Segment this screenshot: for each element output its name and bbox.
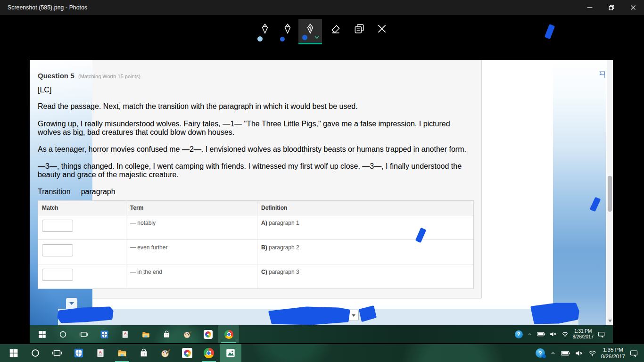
save-copy-button[interactable] bbox=[348, 19, 371, 44]
taskbar-clock[interactable]: 1:35 PM 8/26/2017 bbox=[601, 346, 625, 360]
pen-color-dot bbox=[257, 36, 263, 41]
chrome-button[interactable] bbox=[218, 325, 239, 343]
definition-text: paragraph 3 bbox=[267, 269, 299, 275]
task-view-button[interactable] bbox=[73, 325, 94, 343]
inner-clock-time: 1:31 PM bbox=[573, 329, 594, 335]
chrome-icon bbox=[224, 330, 233, 339]
definition-cell: A) paragraph 1 bbox=[257, 215, 474, 239]
header-term: Term bbox=[126, 201, 257, 215]
question-instruction: Read the passage. Next, match the transi… bbox=[38, 102, 474, 111]
exit-ink-button[interactable] bbox=[371, 19, 393, 44]
bottom-dropdown[interactable] bbox=[304, 310, 359, 321]
task-view-icon bbox=[79, 330, 88, 339]
flag-icon[interactable] bbox=[598, 70, 606, 79]
folder-icon bbox=[117, 348, 127, 358]
eraser-button[interactable] bbox=[324, 19, 347, 44]
battery-icon[interactable] bbox=[561, 350, 570, 357]
question-mark: ? bbox=[538, 350, 542, 357]
match-input[interactable] bbox=[42, 220, 73, 232]
pencil-button[interactable] bbox=[276, 19, 299, 44]
question-header: Question 5 (Matching Worth 15 points) bbox=[38, 72, 140, 80]
table-row: — notably A) paragraph 1 bbox=[38, 215, 473, 239]
definition-text: paragraph 1 bbox=[267, 220, 299, 226]
start-button[interactable] bbox=[32, 325, 52, 343]
restore-icon bbox=[608, 4, 615, 11]
page-scrollbar-thumb[interactable] bbox=[608, 176, 612, 212]
help-tray-icon[interactable]: ? bbox=[536, 348, 545, 358]
store-button[interactable] bbox=[133, 344, 155, 362]
cortana-icon bbox=[58, 330, 67, 339]
ink-stroke bbox=[546, 25, 553, 38]
action-center-icon[interactable] bbox=[597, 331, 605, 338]
photos-app-button[interactable] bbox=[220, 344, 241, 362]
match-input[interactable] bbox=[42, 244, 73, 256]
document-a-icon: A bbox=[121, 330, 130, 339]
chrome-button[interactable] bbox=[198, 344, 220, 362]
task-view-button[interactable] bbox=[46, 344, 68, 362]
scrollbar-down-arrow[interactable] bbox=[608, 320, 612, 322]
calligraphy-pen-button[interactable] bbox=[298, 19, 322, 44]
ballpoint-pen-icon bbox=[259, 23, 271, 35]
help-tray-icon[interactable]: ? bbox=[515, 330, 523, 338]
taskbar-apps: A bbox=[0, 344, 241, 362]
battery-icon[interactable] bbox=[537, 331, 545, 337]
file-explorer-button[interactable] bbox=[111, 344, 133, 362]
wifi-icon[interactable] bbox=[561, 331, 569, 337]
store-button[interactable] bbox=[156, 325, 177, 343]
notification-dot bbox=[542, 354, 546, 358]
collapse-tab-button[interactable] bbox=[66, 298, 77, 309]
volume-muted-icon[interactable] bbox=[575, 350, 584, 357]
color-circle-app-button[interactable] bbox=[176, 344, 198, 362]
pen-color-dot bbox=[280, 37, 285, 41]
chevron-down-icon[interactable] bbox=[314, 35, 319, 39]
folder-icon bbox=[141, 330, 150, 339]
ballpoint-pen-button[interactable] bbox=[254, 19, 276, 44]
hidden-icons-chevron[interactable] bbox=[549, 350, 557, 356]
defender-shield-icon bbox=[100, 330, 109, 339]
action-center-icon[interactable] bbox=[629, 349, 638, 357]
defender-button[interactable] bbox=[94, 325, 115, 343]
definition-cell: B) paragraph 2 bbox=[257, 240, 474, 264]
hidden-icons-chevron[interactable] bbox=[527, 331, 533, 337]
paint-button[interactable] bbox=[177, 325, 198, 343]
color-circle-app-icon bbox=[204, 330, 213, 339]
term-cell: — notably bbox=[126, 215, 257, 239]
dropdown-caret-icon bbox=[352, 314, 355, 317]
table-row: — in the end C) paragraph 3 bbox=[38, 264, 473, 288]
clock-time: 1:35 PM bbox=[601, 346, 625, 353]
document-app-button[interactable]: A bbox=[90, 344, 111, 362]
close-button[interactable] bbox=[622, 0, 644, 15]
passage-paragraph: Growing up, I really misunderstood wolve… bbox=[38, 120, 474, 137]
paragraph-label: paragraph bbox=[81, 188, 116, 196]
header-definition: Definition bbox=[257, 201, 474, 215]
defender-button[interactable] bbox=[68, 344, 90, 362]
pencil-icon bbox=[281, 23, 294, 35]
definition-letter: B) bbox=[261, 244, 267, 251]
paint-button[interactable] bbox=[155, 344, 176, 362]
volume-muted-icon[interactable] bbox=[549, 331, 557, 337]
file-explorer-button[interactable] bbox=[135, 325, 156, 343]
windows-taskbar: A ? bbox=[0, 344, 644, 362]
cortana-button[interactable] bbox=[52, 325, 73, 343]
system-tray: ? 1:35 PM 8/26/2017 bbox=[536, 344, 644, 362]
wifi-icon[interactable] bbox=[588, 349, 597, 357]
passage-paragraph: As a teenager, horror movies confused me… bbox=[38, 145, 474, 154]
start-button[interactable] bbox=[3, 344, 25, 362]
document-app-button[interactable]: A bbox=[115, 325, 135, 343]
cortana-icon bbox=[30, 348, 41, 358]
store-bag-icon bbox=[139, 348, 149, 358]
color-circle-app-button[interactable] bbox=[198, 325, 218, 343]
term-cell: — even further bbox=[126, 240, 257, 264]
inner-clock[interactable]: 1:31 PM 8/26/2017 bbox=[573, 329, 594, 340]
match-input[interactable] bbox=[42, 269, 73, 281]
minimize-button[interactable] bbox=[579, 0, 601, 15]
inner-taskbar: A ? bbox=[30, 325, 613, 343]
restore-button[interactable] bbox=[601, 0, 622, 15]
task-view-icon bbox=[52, 348, 62, 358]
paint-palette-icon bbox=[183, 330, 192, 339]
chrome-icon bbox=[204, 348, 214, 358]
definition-text: paragraph 2 bbox=[267, 244, 299, 251]
cortana-button[interactable] bbox=[25, 344, 46, 362]
table-header-row: Match Term Definition bbox=[38, 201, 473, 215]
calligraphy-pen-icon bbox=[304, 23, 316, 35]
